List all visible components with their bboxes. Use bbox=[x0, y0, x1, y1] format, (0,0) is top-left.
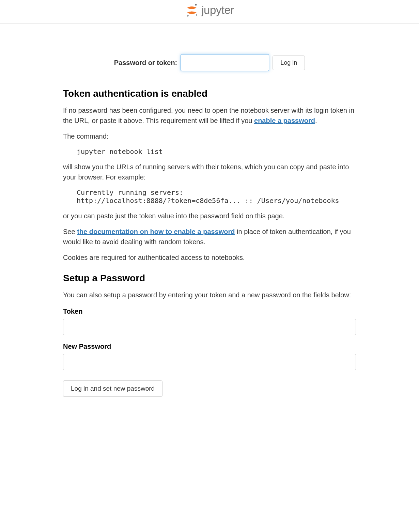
header: jupyter bbox=[0, 0, 419, 24]
jupyter-logo: jupyter bbox=[185, 3, 234, 17]
new-password-label: New Password bbox=[63, 343, 356, 350]
password-input[interactable] bbox=[181, 54, 269, 71]
set-password-button[interactable]: Log in and set new password bbox=[63, 380, 162, 397]
command-intro: The command: bbox=[63, 131, 356, 141]
documentation-paragraph: See the documentation on how to enable a… bbox=[63, 226, 356, 247]
paste-token-paragraph: or you can paste just the token value in… bbox=[63, 211, 356, 221]
token-label: Token bbox=[63, 308, 356, 315]
new-password-form-group: New Password bbox=[63, 343, 356, 370]
jupyter-icon bbox=[185, 3, 199, 17]
login-button[interactable]: Log in bbox=[273, 56, 305, 70]
svg-point-1 bbox=[187, 15, 189, 17]
svg-point-0 bbox=[195, 4, 197, 6]
cookies-paragraph: Cookies are required for authenticated a… bbox=[63, 252, 356, 263]
token-input[interactable] bbox=[63, 319, 356, 335]
token-auth-heading: Token authentication is enabled bbox=[63, 88, 356, 99]
urls-paragraph: will show you the URLs of running server… bbox=[63, 162, 356, 182]
setup-password-intro: You can also setup a password by enterin… bbox=[63, 290, 356, 300]
token-form-group: Token bbox=[63, 308, 356, 335]
svg-point-2 bbox=[196, 14, 197, 15]
password-label: Password or token: bbox=[114, 59, 177, 67]
enable-password-link[interactable]: enable a password bbox=[254, 117, 315, 124]
new-password-input[interactable] bbox=[63, 354, 356, 370]
setup-password-heading: Setup a Password bbox=[63, 273, 356, 284]
login-form: Password or token: Log in bbox=[63, 54, 356, 71]
documentation-link[interactable]: the documentation on how to enable a pas… bbox=[77, 228, 235, 235]
brand-text: jupyter bbox=[201, 4, 234, 17]
example-output: Currently running servers: http://localh… bbox=[77, 188, 356, 205]
command-code: jupyter notebook list bbox=[77, 147, 356, 156]
token-intro-paragraph: If no password has been configured, you … bbox=[63, 105, 356, 126]
